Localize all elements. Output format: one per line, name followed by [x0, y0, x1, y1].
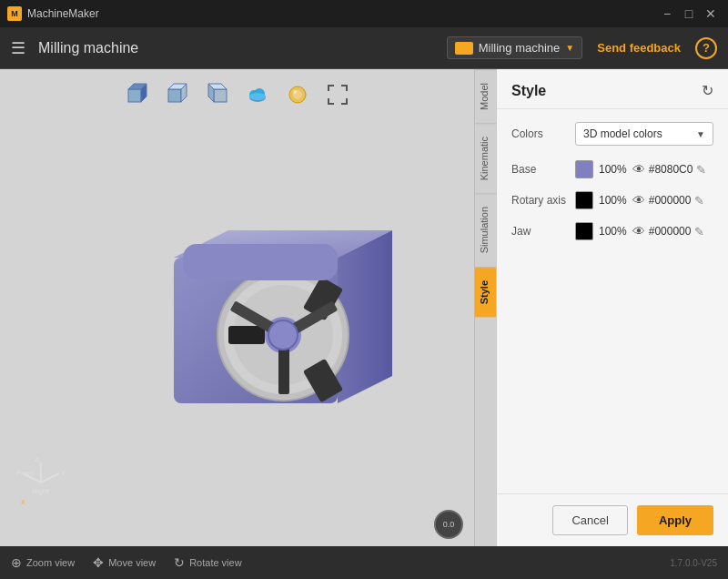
help-button[interactable]: ? [695, 37, 717, 59]
panel-footer: Cancel Apply [497, 493, 728, 546]
rotary-visibility-button[interactable]: 👁 [632, 193, 645, 208]
move-view-tool[interactable]: ✥ Move view [93, 555, 156, 570]
apply-button[interactable]: Apply [637, 505, 713, 535]
base-color-hex: #8080C0 [649, 163, 693, 176]
rotary-color-percent: 100% [599, 194, 627, 207]
version-label: 1.7.0.0-V25 [670, 558, 717, 568]
side-tabs: Model Kinematic Simulation Style [474, 69, 496, 546]
move-view-label: Move view [108, 557, 156, 568]
bottom-tools: ⊕ Zoom view ✥ Move view ↻ Rotate view [11, 555, 242, 570]
rotary-color-label: Rotary axis [511, 194, 575, 207]
panel-header: Style ↻ [497, 69, 728, 109]
move-icon: ✥ [93, 555, 104, 570]
svg-text:X: X [21, 499, 25, 505]
chevron-down-icon: ▼ [565, 43, 574, 53]
panel-refresh-button[interactable]: ↻ [702, 82, 713, 99]
hamburger-icon[interactable]: ☰ [11, 38, 25, 58]
base-edit-button[interactable]: ✎ [696, 163, 706, 177]
camera-view-button[interactable] [281, 78, 314, 111]
back-view-button[interactable] [201, 78, 234, 111]
jaw-color-percent: 100% [599, 225, 627, 238]
tab-simulation[interactable]: Simulation [475, 193, 496, 266]
svg-rect-30 [183, 244, 338, 280]
jaw-color-label: Jaw [511, 225, 575, 238]
panel-title: Style [511, 83, 546, 99]
perspective-view-button[interactable] [121, 78, 154, 111]
tab-kinematic[interactable]: Kinematic [475, 123, 496, 193]
header: ☰ Milling machine Milling machine ▼ Send… [0, 27, 728, 69]
header-title: Milling machine [38, 40, 447, 56]
app-title: MachineMaker [27, 7, 99, 20]
svg-line-31 [41, 473, 59, 482]
base-color-swatch[interactable] [575, 160, 593, 178]
zoom-view-label: Zoom view [26, 557, 75, 568]
machine-selector-label: Milling machine [479, 41, 561, 55]
tab-model[interactable]: Model [475, 69, 496, 123]
rotary-color-row: Rotary axis 100% 👁 #000000 ✎ [511, 191, 713, 209]
rotate-view-label: Rotate view [189, 557, 241, 568]
rotary-color-hex: #000000 [649, 194, 692, 207]
svg-text:Z: Z [35, 455, 39, 463]
axis-indicator: Y Front Z Right X [9, 455, 73, 505]
zoom-view-tool[interactable]: ⊕ Zoom view [11, 555, 75, 570]
window-controls: − □ ✕ [657, 4, 721, 24]
speed-indicator: 0.0 [434, 510, 463, 539]
colors-row: Colors 3D model colors ▼ [511, 122, 713, 146]
cloud-view-button[interactable] [241, 78, 274, 111]
colors-select[interactable]: 3D model colors ▼ [575, 122, 713, 146]
svg-text:Front: Front [16, 469, 34, 477]
jaw-visibility-button[interactable]: 👁 [632, 224, 645, 239]
select-arrow-icon: ▼ [696, 129, 705, 139]
machine-selector[interactable]: Milling machine ▼ [447, 36, 583, 59]
main-content: Y Front Z Right X 0.0 Model Kinematic Si… [0, 69, 728, 546]
svg-rect-6 [214, 89, 227, 102]
tab-style[interactable]: Style [475, 267, 496, 317]
svg-point-29 [268, 320, 298, 350]
jaw-color-hex: #000000 [649, 225, 692, 238]
cancel-button[interactable]: Cancel [552, 505, 627, 535]
rotate-icon: ↻ [174, 555, 185, 570]
title-bar: M MachineMaker − □ ✕ [0, 0, 728, 27]
fit-view-button[interactable] [321, 78, 354, 111]
minimize-button[interactable]: − [657, 4, 677, 24]
front-view-button[interactable] [161, 78, 194, 111]
base-visibility-button[interactable]: 👁 [632, 162, 645, 177]
svg-text:Right: Right [32, 487, 49, 495]
rotary-edit-button[interactable]: ✎ [694, 194, 704, 208]
maximize-button[interactable]: □ [679, 4, 699, 24]
svg-rect-25 [228, 326, 265, 344]
svg-rect-0 [128, 89, 141, 102]
app-icon: M [7, 6, 22, 21]
jaw-color-row: Jaw 100% 👁 #000000 ✎ [511, 222, 713, 240]
machine-icon [455, 42, 473, 55]
bottom-bar: ⊕ Zoom view ✥ Move view ↻ Rotate view 1.… [0, 546, 728, 579]
svg-point-12 [249, 93, 266, 100]
rotary-color-swatch[interactable] [575, 191, 593, 209]
colors-label: Colors [511, 127, 575, 140]
jaw-edit-button[interactable]: ✎ [694, 225, 704, 239]
right-panel: Style ↻ Colors 3D model colors ▼ Base 10… [496, 69, 728, 546]
viewport[interactable]: Y Front Z Right X 0.0 [0, 69, 474, 546]
base-color-row: Base 100% 👁 #8080C0 ✎ [511, 160, 713, 178]
close-button[interactable]: ✕ [701, 4, 721, 24]
svg-point-15 [293, 90, 297, 94]
svg-text:Y: Y [61, 469, 66, 477]
jaw-color-swatch[interactable] [575, 222, 593, 240]
panel-body: Colors 3D model colors ▼ Base 100% 👁 #80… [497, 109, 728, 493]
base-color-label: Base [511, 163, 575, 176]
rotate-view-tool[interactable]: ↻ Rotate view [174, 555, 241, 570]
3d-scene[interactable] [55, 124, 456, 510]
zoom-icon: ⊕ [11, 555, 22, 570]
viewport-toolbar [0, 78, 474, 111]
send-feedback-button[interactable]: Send feedback [592, 37, 686, 58]
svg-rect-3 [168, 89, 181, 102]
base-color-percent: 100% [599, 163, 627, 176]
header-right: Milling machine ▼ Send feedback ? [447, 36, 717, 59]
